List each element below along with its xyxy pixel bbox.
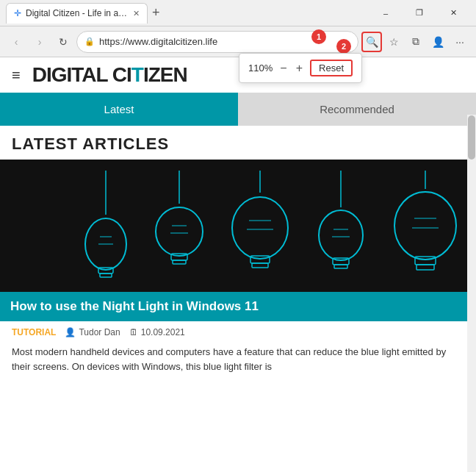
new-tab-button[interactable]: + <box>149 5 163 21</box>
badge-2: 2 <box>336 39 351 54</box>
title-bar-left: ✛ Digital Citizen - Life in a digital w … <box>6 3 363 24</box>
logo-accent: T <box>131 63 143 86</box>
scrollbar-track[interactable] <box>467 115 476 472</box>
article-meta: TUTORIAL 👤 Tudor Dan 🗓 10.09.2021 <box>0 321 476 342</box>
hamburger-icon[interactable]: ≡ <box>12 67 21 84</box>
maximize-button[interactable]: ❐ <box>403 0 436 26</box>
hero-illustration <box>10 171 466 310</box>
svg-rect-3 <box>100 273 112 277</box>
forward-button[interactable]: › <box>29 32 50 52</box>
browser-window: ✛ Digital Citizen - Life in a digital w … <box>0 0 476 472</box>
svg-rect-27 <box>416 265 434 270</box>
zoom-out-button[interactable]: − <box>278 62 288 75</box>
browser-body: ≡ DIGITAL CITIZEN Latest Recommended LAT… <box>0 57 476 472</box>
svg-point-7 <box>156 207 203 256</box>
article-author: 👤 Tudor Dan <box>65 327 120 337</box>
zoom-popup: 110% − + Reset <box>239 53 362 83</box>
article-tag: TUTORIAL <box>12 327 56 337</box>
zoom-in-button[interactable]: + <box>295 62 304 75</box>
scrollbar-thumb[interactable] <box>468 115 475 160</box>
site-header: ≡ DIGITAL CITIZEN <box>0 57 476 93</box>
svg-rect-26 <box>415 257 436 265</box>
collections-icon-button[interactable]: ⧉ <box>405 32 426 52</box>
refresh-button[interactable]: ↻ <box>53 32 73 52</box>
page-content: ≡ DIGITAL CITIZEN Latest Recommended LAT… <box>0 57 476 376</box>
hero-image: How to use the Night Light in Windows 11 <box>0 160 476 321</box>
calendar-icon: 🗓 <box>129 327 138 337</box>
section-heading: LATEST ARTICLES <box>0 126 476 160</box>
nav-bar: ‹ › ↻ 🔒 https://www.digitalcitizen.life … <box>0 26 476 57</box>
favorites-icon-button[interactable]: ☆ <box>383 32 404 52</box>
active-tab[interactable]: ✛ Digital Citizen - Life in a digital w … <box>6 3 148 24</box>
zoom-icon-button[interactable]: 🔍 <box>361 32 382 52</box>
close-button[interactable]: ✕ <box>436 0 470 26</box>
badge-1: 1 <box>311 29 326 44</box>
reset-zoom-button[interactable]: Reset <box>310 60 353 76</box>
tab-favicon-icon: ✛ <box>14 8 21 18</box>
svg-rect-9 <box>173 260 186 264</box>
site-logo: DIGITAL CITIZEN <box>32 63 187 87</box>
tab-area: ✛ Digital Citizen - Life in a digital w … <box>6 3 163 24</box>
svg-point-19 <box>319 210 363 260</box>
title-bar: ✛ Digital Citizen - Life in a digital w … <box>0 0 476 26</box>
nav-actions: 🔍 ☆ ⧉ 👤 ··· <box>361 32 470 52</box>
more-button[interactable]: ··· <box>450 32 470 52</box>
tab-close-button[interactable]: ✕ <box>133 9 140 18</box>
article-date: 🗓 10.09.2021 <box>129 327 185 337</box>
url-text: https://www.digitalcitizen.life <box>99 36 217 47</box>
svg-rect-15 <box>252 263 268 268</box>
zoom-value: 110% <box>248 62 273 74</box>
tab-title: Digital Citizen - Life in a digital w <box>26 8 129 18</box>
tab-latest[interactable]: Latest <box>0 93 238 126</box>
svg-point-25 <box>394 192 456 260</box>
window-controls: – ❐ ✕ <box>369 0 470 26</box>
svg-point-13 <box>232 197 288 259</box>
back-button[interactable]: ‹ <box>6 32 26 52</box>
profile-icon-button[interactable]: 👤 <box>428 32 448 52</box>
article-excerpt: Most modern handheld devices and compute… <box>0 342 476 376</box>
content-tabs: Latest Recommended <box>0 93 476 126</box>
minimize-button[interactable]: – <box>369 0 403 26</box>
author-icon: 👤 <box>65 327 76 337</box>
tab-recommended[interactable]: Recommended <box>238 93 476 126</box>
svg-rect-21 <box>334 265 347 268</box>
lock-icon: 🔒 <box>84 37 95 46</box>
article-title: How to use the Night Light in Windows 11 <box>0 292 476 321</box>
